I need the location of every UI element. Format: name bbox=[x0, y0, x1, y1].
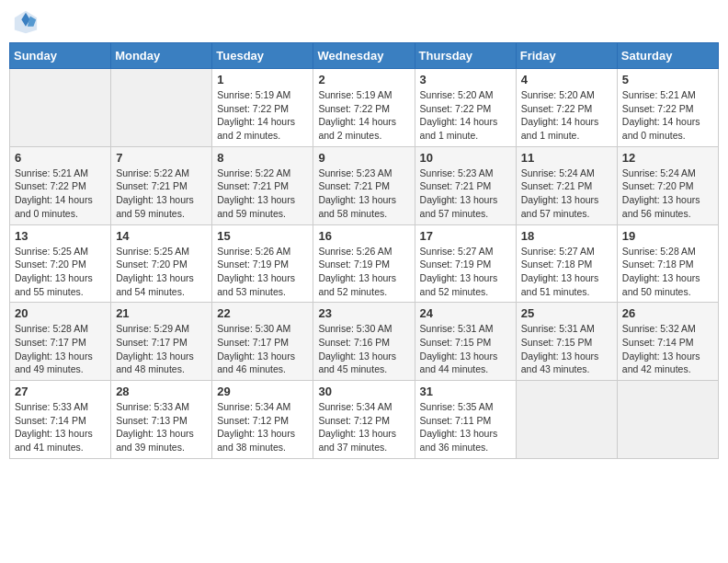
calendar-cell: 31Sunrise: 5:35 AMSunset: 7:11 PMDayligh… bbox=[415, 381, 516, 459]
day-info: Sunrise: 5:24 AMSunset: 7:21 PMDaylight:… bbox=[521, 167, 612, 221]
day-number: 24 bbox=[420, 306, 511, 320]
daylight-text: Daylight: 14 hours and 1 minute. bbox=[521, 115, 612, 142]
daylight-text: Daylight: 13 hours and 52 minutes. bbox=[420, 271, 511, 298]
day-number: 26 bbox=[622, 306, 713, 320]
sunset-text: Sunset: 7:22 PM bbox=[622, 102, 713, 116]
calendar-cell: 15Sunrise: 5:26 AMSunset: 7:19 PMDayligh… bbox=[212, 224, 313, 303]
calendar-cell: 10Sunrise: 5:23 AMSunset: 7:21 PMDayligh… bbox=[415, 146, 516, 224]
sunset-text: Sunset: 7:22 PM bbox=[217, 102, 308, 116]
daylight-text: Daylight: 13 hours and 39 minutes. bbox=[116, 427, 207, 454]
day-number: 28 bbox=[116, 385, 207, 398]
sunset-text: Sunset: 7:22 PM bbox=[15, 179, 106, 193]
sunset-text: Sunset: 7:11 PM bbox=[420, 414, 511, 428]
day-info: Sunrise: 5:27 AMSunset: 7:19 PMDaylight:… bbox=[420, 245, 511, 299]
day-info: Sunrise: 5:26 AMSunset: 7:19 PMDaylight:… bbox=[318, 245, 409, 299]
sunrise-text: Sunrise: 5:23 AM bbox=[420, 167, 511, 180]
daylight-text: Daylight: 13 hours and 42 minutes. bbox=[622, 350, 713, 376]
day-number: 17 bbox=[420, 229, 511, 243]
daylight-text: Daylight: 14 hours and 2 minutes. bbox=[217, 115, 308, 142]
sunrise-text: Sunrise: 5:20 AM bbox=[521, 88, 612, 102]
sunrise-text: Sunrise: 5:35 AM bbox=[420, 400, 511, 414]
day-info: Sunrise: 5:34 AMSunset: 7:12 PMDaylight:… bbox=[217, 400, 308, 454]
calendar-cell: 16Sunrise: 5:26 AMSunset: 7:19 PMDayligh… bbox=[313, 224, 415, 303]
calendar-cell: 14Sunrise: 5:25 AMSunset: 7:20 PMDayligh… bbox=[111, 224, 212, 303]
sunrise-text: Sunrise: 5:32 AM bbox=[622, 322, 713, 336]
sunset-text: Sunset: 7:19 PM bbox=[318, 258, 409, 271]
weekday-header-sunday: Sunday bbox=[10, 43, 111, 69]
day-number: 21 bbox=[116, 306, 207, 320]
sunset-text: Sunset: 7:17 PM bbox=[217, 336, 308, 350]
sunrise-text: Sunrise: 5:28 AM bbox=[622, 245, 713, 259]
daylight-text: Daylight: 14 hours and 0 minutes. bbox=[622, 115, 713, 142]
sunrise-text: Sunrise: 5:24 AM bbox=[622, 167, 713, 180]
sunrise-text: Sunrise: 5:22 AM bbox=[217, 167, 308, 180]
daylight-text: Daylight: 13 hours and 59 minutes. bbox=[116, 193, 207, 220]
daylight-text: Daylight: 13 hours and 45 minutes. bbox=[318, 350, 409, 376]
calendar-table: SundayMondayTuesdayWednesdayThursdayFrid… bbox=[9, 42, 719, 459]
day-info: Sunrise: 5:29 AMSunset: 7:17 PMDaylight:… bbox=[116, 322, 207, 376]
calendar-cell: 21Sunrise: 5:29 AMSunset: 7:17 PMDayligh… bbox=[111, 303, 212, 381]
day-number: 13 bbox=[15, 229, 106, 243]
calendar-cell: 24Sunrise: 5:31 AMSunset: 7:15 PMDayligh… bbox=[415, 303, 516, 381]
day-number: 10 bbox=[420, 151, 511, 165]
day-number: 29 bbox=[217, 385, 308, 398]
calendar-body: 1Sunrise: 5:19 AMSunset: 7:22 PMDaylight… bbox=[10, 69, 719, 459]
sunset-text: Sunset: 7:19 PM bbox=[217, 258, 308, 271]
sunrise-text: Sunrise: 5:22 AM bbox=[116, 167, 207, 180]
sunset-text: Sunset: 7:12 PM bbox=[217, 414, 308, 428]
sunset-text: Sunset: 7:14 PM bbox=[15, 414, 106, 428]
sunrise-text: Sunrise: 5:21 AM bbox=[15, 167, 106, 180]
weekday-header-monday: Monday bbox=[111, 43, 212, 69]
sunrise-text: Sunrise: 5:27 AM bbox=[420, 245, 511, 259]
sunset-text: Sunset: 7:20 PM bbox=[15, 258, 106, 271]
daylight-text: Daylight: 13 hours and 43 minutes. bbox=[521, 350, 612, 376]
day-number: 15 bbox=[217, 229, 308, 243]
day-number: 20 bbox=[15, 306, 106, 320]
daylight-text: Daylight: 14 hours and 1 minute. bbox=[420, 115, 511, 142]
calendar-cell bbox=[617, 381, 718, 459]
calendar-week-2: 6Sunrise: 5:21 AMSunset: 7:22 PMDaylight… bbox=[10, 146, 719, 224]
sunrise-text: Sunrise: 5:31 AM bbox=[521, 322, 612, 336]
sunset-text: Sunset: 7:21 PM bbox=[318, 179, 409, 193]
page-header bbox=[9, 9, 719, 35]
sunrise-text: Sunrise: 5:23 AM bbox=[318, 167, 409, 180]
calendar-cell: 23Sunrise: 5:30 AMSunset: 7:16 PMDayligh… bbox=[313, 303, 415, 381]
day-info: Sunrise: 5:24 AMSunset: 7:20 PMDaylight:… bbox=[622, 167, 713, 221]
sunset-text: Sunset: 7:16 PM bbox=[318, 336, 409, 350]
day-number: 12 bbox=[622, 151, 713, 165]
calendar-cell: 5Sunrise: 5:21 AMSunset: 7:22 PMDaylight… bbox=[617, 69, 718, 147]
daylight-text: Daylight: 14 hours and 2 minutes. bbox=[318, 115, 409, 142]
sunset-text: Sunset: 7:13 PM bbox=[116, 414, 207, 428]
daylight-text: Daylight: 13 hours and 50 minutes. bbox=[622, 271, 713, 298]
sunrise-text: Sunrise: 5:33 AM bbox=[116, 400, 207, 414]
sunrise-text: Sunrise: 5:34 AM bbox=[217, 400, 308, 414]
day-info: Sunrise: 5:22 AMSunset: 7:21 PMDaylight:… bbox=[116, 167, 207, 221]
day-info: Sunrise: 5:19 AMSunset: 7:22 PMDaylight:… bbox=[217, 88, 308, 143]
daylight-text: Daylight: 13 hours and 36 minutes. bbox=[420, 427, 511, 454]
daylight-text: Daylight: 13 hours and 54 minutes. bbox=[116, 271, 207, 298]
daylight-text: Daylight: 13 hours and 58 minutes. bbox=[318, 193, 409, 220]
calendar-week-4: 20Sunrise: 5:28 AMSunset: 7:17 PMDayligh… bbox=[10, 303, 719, 381]
daylight-text: Daylight: 13 hours and 57 minutes. bbox=[420, 193, 511, 220]
day-info: Sunrise: 5:23 AMSunset: 7:21 PMDaylight:… bbox=[420, 167, 511, 221]
calendar-cell: 20Sunrise: 5:28 AMSunset: 7:17 PMDayligh… bbox=[10, 303, 111, 381]
day-info: Sunrise: 5:25 AMSunset: 7:20 PMDaylight:… bbox=[15, 245, 106, 299]
calendar-cell: 1Sunrise: 5:19 AMSunset: 7:22 PMDaylight… bbox=[212, 69, 313, 147]
weekday-header-thursday: Thursday bbox=[415, 43, 516, 69]
day-number: 14 bbox=[116, 229, 207, 243]
day-info: Sunrise: 5:30 AMSunset: 7:16 PMDaylight:… bbox=[318, 322, 409, 376]
day-number: 27 bbox=[15, 385, 106, 398]
sunrise-text: Sunrise: 5:26 AM bbox=[318, 245, 409, 259]
sunset-text: Sunset: 7:14 PM bbox=[622, 336, 713, 350]
calendar-cell: 3Sunrise: 5:20 AMSunset: 7:22 PMDaylight… bbox=[415, 69, 516, 147]
day-number: 2 bbox=[318, 73, 409, 86]
sunrise-text: Sunrise: 5:24 AM bbox=[521, 167, 612, 180]
day-info: Sunrise: 5:32 AMSunset: 7:14 PMDaylight:… bbox=[622, 322, 713, 376]
day-info: Sunrise: 5:30 AMSunset: 7:17 PMDaylight:… bbox=[217, 322, 308, 376]
day-info: Sunrise: 5:26 AMSunset: 7:19 PMDaylight:… bbox=[217, 245, 308, 299]
day-number: 22 bbox=[217, 306, 308, 320]
daylight-text: Daylight: 13 hours and 46 minutes. bbox=[217, 350, 308, 376]
calendar-cell: 30Sunrise: 5:34 AMSunset: 7:12 PMDayligh… bbox=[313, 381, 415, 459]
calendar-cell: 6Sunrise: 5:21 AMSunset: 7:22 PMDaylight… bbox=[10, 146, 111, 224]
daylight-text: Daylight: 13 hours and 41 minutes. bbox=[15, 427, 106, 454]
